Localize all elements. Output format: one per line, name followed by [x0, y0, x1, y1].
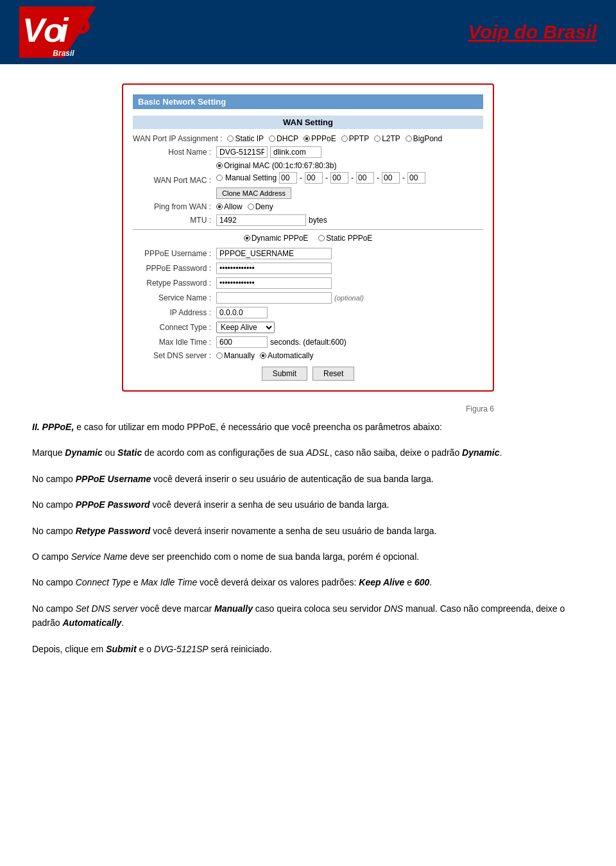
connect-type-select[interactable]: Keep Alive On Demand Manual	[216, 322, 275, 333]
dns-manually-option[interactable]: Manually	[216, 351, 255, 360]
ping-allow-option[interactable]: Allow	[216, 202, 243, 211]
bigpond-label: BigPond	[413, 134, 442, 143]
para4: No campo Retype Password você deverá ins…	[32, 524, 584, 538]
mac-field-5[interactable]	[382, 172, 400, 184]
para1-bold3: Dynamic	[462, 447, 499, 458]
dns-manually-label: Manually	[224, 351, 255, 360]
dns-manually-radio[interactable]	[216, 352, 223, 359]
ip-address-input[interactable]	[216, 307, 268, 318]
wan-mac-options: Original MAC (00:1c:f0:67:80:3b) Manual …	[216, 161, 425, 199]
bigpond-option[interactable]: BigPond	[406, 134, 442, 143]
retype-password-value	[216, 277, 332, 289]
dhcp-option[interactable]: DHCP	[269, 134, 298, 143]
original-mac-option[interactable]: Original MAC (00:1c:f0:67:80:3b)	[216, 161, 425, 170]
host-name-row: Host Name :	[133, 146, 483, 158]
para7-bold1: Manually	[214, 603, 253, 614]
ping-allow-radio[interactable]	[216, 204, 223, 210]
dns-automatically-option[interactable]: Automatically	[260, 351, 313, 360]
host-name-input-1[interactable]	[216, 146, 268, 158]
pppoe-password-input[interactable]	[216, 263, 332, 274]
static-pppoe-radio[interactable]	[318, 235, 325, 241]
header-title: Voip do Brasil	[468, 21, 597, 43]
para3-rest: você deverá inserir a senha de seu usuár…	[150, 499, 389, 510]
para8-bold: Submit	[106, 644, 136, 654]
mac-field-4[interactable]	[356, 172, 374, 184]
static-ip-option[interactable]: Static IP	[227, 134, 264, 143]
bigpond-radio[interactable]	[406, 135, 412, 142]
wan-setting-title: WAN Setting	[133, 116, 483, 129]
clone-mac-button[interactable]: Clone MAC Address	[216, 187, 291, 199]
retype-password-row: Retype Password :	[133, 277, 483, 289]
l2tp-option[interactable]: L2TP	[374, 134, 400, 143]
logo-brasil: Brasil	[53, 49, 74, 58]
para7-rest: você deve marcar	[138, 603, 214, 614]
max-idle-input[interactable]	[216, 336, 268, 348]
submit-button[interactable]: Submit	[262, 367, 307, 381]
dns-auto-label: Automatically	[268, 351, 313, 360]
pppoe-option[interactable]: PPPoE	[304, 134, 336, 143]
mtu-label: MTU :	[133, 216, 216, 225]
para4-bold: Retype Password	[76, 526, 151, 536]
mac-field-6[interactable]	[407, 172, 425, 184]
service-name-input[interactable]	[216, 292, 332, 304]
static-ip-label: Static IP	[235, 134, 264, 143]
para7-bold2: Automatically	[62, 618, 121, 628]
pppoe-username-input[interactable]	[216, 248, 332, 259]
mac-field-2[interactable]	[305, 172, 323, 184]
clone-mac-row: Clone MAC Address	[216, 186, 425, 199]
para1-end: , caso não saiba, deixe o padrão	[330, 447, 462, 458]
static-pppoe-option[interactable]: Static PPPoE	[318, 234, 372, 243]
figura-label: Figura 6	[116, 404, 494, 413]
para1-rest: de acordo com as configurações de sua	[142, 447, 306, 458]
mtu-input[interactable]	[216, 214, 306, 226]
para5-start: O campo	[32, 551, 71, 562]
manual-setting-label: Manual Setting	[225, 173, 277, 182]
header: V o i P do Brasil Voip do Brasil	[0, 0, 616, 64]
dynamic-pppoe-option[interactable]: Dynamic PPPoE	[244, 234, 309, 243]
dns-auto-radio[interactable]	[260, 352, 266, 359]
para8: Depois, clique em Submit e o DVG-5121SP …	[32, 642, 584, 656]
mac-field-1[interactable]	[279, 172, 297, 184]
pppoe-label: PPPoE	[311, 134, 336, 143]
pptp-option[interactable]: PPTP	[341, 134, 369, 143]
retype-password-label: Retype Password :	[133, 279, 216, 288]
pppoe-username-value	[216, 248, 332, 259]
para2: No campo PPPoE Username você deverá inse…	[32, 472, 584, 486]
para2-rest: você deverá inserir o seu usuário de aut…	[151, 474, 434, 484]
para1: Marque Dynamic ou Static de acordo com a…	[32, 446, 584, 460]
ping-deny-radio[interactable]	[248, 204, 254, 210]
para6-italic2: Max Idle Time	[141, 577, 197, 587]
para6-italic1: Connect Type	[76, 577, 131, 587]
static-ip-radio[interactable]	[227, 135, 234, 142]
para6: No campo Connect Type e Max Idle Time vo…	[32, 575, 584, 589]
pppoe-radio[interactable]	[304, 135, 310, 142]
connect-type-row: Connect Type : Keep Alive On Demand Manu…	[133, 322, 483, 333]
ping-deny-label: Deny	[255, 202, 273, 211]
para4-start: No campo	[32, 526, 76, 536]
para1-middle: ou	[103, 447, 117, 458]
para8-start: Depois, clique em	[32, 644, 106, 654]
dhcp-radio[interactable]	[269, 135, 275, 142]
pptp-radio[interactable]	[341, 135, 348, 142]
ping-deny-option[interactable]: Deny	[248, 202, 273, 211]
wan-port-label: WAN Port IP Assignment :	[133, 134, 227, 143]
para1-italic: ADSL	[306, 447, 330, 458]
para2-bold: PPPoE Username	[76, 474, 151, 484]
dynamic-pppoe-radio[interactable]	[244, 235, 250, 241]
para5: O campo Service Name deve ser preenchido…	[32, 550, 584, 564]
host-name-input-2[interactable]	[270, 146, 321, 158]
l2tp-radio[interactable]	[374, 135, 381, 142]
pptp-label: PPTP	[349, 134, 369, 143]
host-name-inputs	[216, 146, 321, 158]
para1-bold2: Static	[117, 447, 142, 458]
buttons-row: Submit Reset	[133, 367, 483, 381]
manual-setting-row: Manual Setting - - - - -	[216, 172, 425, 184]
manual-mac-radio[interactable]	[216, 175, 223, 181]
para6-bold1: Keep Alive	[359, 577, 404, 587]
reset-button[interactable]: Reset	[312, 367, 354, 381]
para6-bold2: 600	[415, 577, 429, 587]
mac-field-3[interactable]	[330, 172, 348, 184]
retype-password-input[interactable]	[216, 277, 332, 289]
para1-final: .	[499, 447, 502, 458]
original-mac-radio[interactable]	[216, 162, 223, 169]
